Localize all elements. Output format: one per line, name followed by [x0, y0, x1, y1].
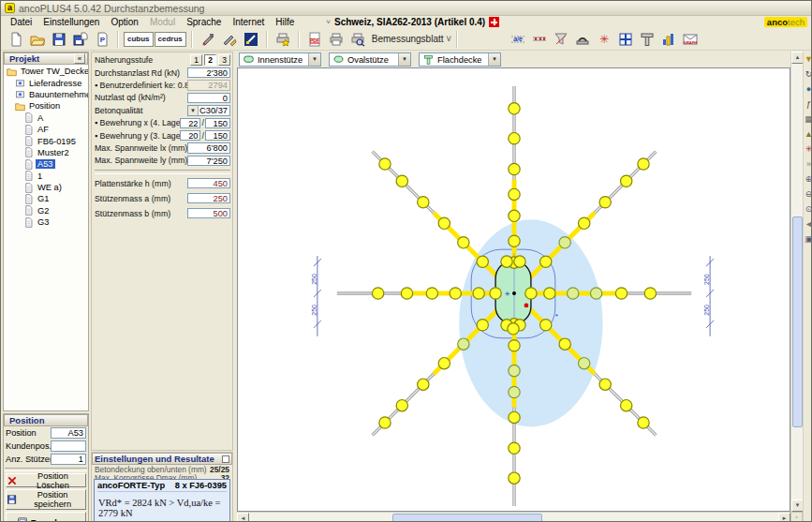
menu-item-internet[interactable]: Internet	[227, 17, 270, 27]
anchor-tool-button[interactable]	[198, 30, 218, 49]
menu-item-modul[interactable]: Modul	[144, 17, 181, 27]
scroll-corner-button[interactable]: ▫	[790, 512, 803, 522]
input-max-spannweite-lx-mm[interactable]: 6'800	[187, 142, 230, 154]
column-view-button[interactable]	[637, 30, 657, 49]
vertical-scrollbar[interactable]: ▲ ▼	[790, 52, 803, 512]
delete-position-button[interactable]: Position Löschen	[6, 473, 86, 487]
horizontal-scroll-thumb[interactable]	[392, 514, 542, 522]
input-durchstanzlast-rd-kn[interactable]: 2'380	[187, 67, 230, 79]
cubus-link-button[interactable]: cubus	[124, 32, 154, 47]
chevron-down-icon[interactable]: ▼	[188, 106, 199, 115]
betonqualitaet-dropdown[interactable]: ▼C30/37	[187, 105, 230, 116]
chevron-down-icon[interactable]: ▼	[488, 53, 500, 66]
save-as-button[interactable]	[70, 30, 91, 49]
zoom-out-icon[interactable]: ⊖	[804, 186, 812, 201]
tree-item-g3[interactable]: G3	[4, 216, 88, 228]
upload-icon[interactable]: ▲	[804, 127, 812, 142]
tree-item-g1[interactable]: G1	[4, 193, 88, 204]
filter-button[interactable]	[551, 30, 571, 49]
horizontal-scrollbar[interactable]: ◄ ►	[237, 512, 790, 522]
chevron-down-icon[interactable]: ▼	[308, 53, 320, 66]
tree-item-fb6-0195[interactable]: FB6-0195	[4, 135, 88, 146]
chevron-down-icon[interactable]: ▼	[398, 53, 410, 66]
input-position[interactable]	[51, 427, 86, 439]
combo-innenst-tze[interactable]: Innenstütze▼	[239, 52, 321, 67]
menu-item-hilfe[interactable]: Hilfe	[270, 17, 300, 27]
zoom-fit-icon[interactable]: ⊙	[804, 201, 812, 216]
print-button[interactable]	[326, 30, 347, 49]
input-st-tzenmass-a-mm[interactable]: 250	[187, 193, 230, 204]
fx-icon[interactable]: ƒ	[804, 97, 812, 112]
input-nutzlast-qd-kn-m[interactable]: 0	[187, 93, 230, 104]
save-position-button[interactable]: Position speichern	[6, 489, 86, 510]
input-anz-st-tzen[interactable]	[51, 454, 86, 465]
input-st-tzenmass-b-mm[interactable]: 500	[187, 208, 230, 219]
tree-item-label: Muster2	[36, 148, 71, 157]
scroll-right-button[interactable]: ►	[778, 513, 790, 522]
next-icon[interactable]: »	[804, 157, 812, 172]
chart-button[interactable]	[658, 30, 679, 49]
combo-ovalst-tze[interactable]: Ovalstütze▼	[329, 52, 411, 67]
menu-item-option[interactable]: Option	[105, 17, 143, 27]
save-button[interactable]	[49, 30, 69, 49]
tree-item-lieferadresse[interactable]: Lieferadresse	[4, 77, 88, 88]
new-file-button[interactable]	[6, 30, 26, 49]
stufe-button-3[interactable]: 3	[218, 54, 230, 66]
graph-export-button[interactable]: GRAPH	[680, 30, 701, 49]
bemessungsblatt-dropdown[interactable]: Bemessungsblatt	[372, 34, 451, 44]
stufe-button-1[interactable]: 1	[190, 54, 202, 66]
combo-flachdecke[interactable]: Flachdecke▼	[419, 52, 501, 67]
cedrus-link-button[interactable]: cedrus	[155, 32, 186, 47]
section-view-button[interactable]	[529, 30, 550, 49]
input-max-spannweite-ly-mm[interactable]: 7'250	[187, 156, 230, 167]
clamp-button[interactable]	[572, 30, 593, 49]
menu-item-datei[interactable]: Datei	[5, 17, 37, 27]
tree-item-af[interactable]: AF	[4, 124, 88, 135]
vertical-scroll-thumb[interactable]	[792, 216, 803, 427]
input-bewehrung-y-3-lage-a-e-mm-mm-d[interactable]: 20	[180, 130, 200, 142]
print-preview-button[interactable]: P	[92, 30, 112, 49]
scroll-left-button[interactable]: ◄	[237, 513, 249, 522]
tree-item-position[interactable]: Position	[4, 100, 88, 112]
tree-item-tower-tw-decke-pp[interactable]: Tower TW_Decke PP	[4, 66, 88, 77]
stud-spacing-button[interactable]: a/e	[508, 30, 528, 49]
save-as-icon	[73, 32, 88, 47]
anchor-edit-button[interactable]	[219, 30, 240, 49]
tree-item-a53[interactable]: A53	[4, 158, 88, 170]
input-bewehrung-x-4-lage-a-e-mm-mm-s[interactable]: 150	[205, 118, 230, 129]
refresh-icon[interactable]: ↻	[804, 67, 812, 82]
frame-icon[interactable]: ▣	[804, 231, 812, 246]
tree-item-bauunternehmer[interactable]: Bauunternehmer	[4, 89, 88, 100]
pdf-export-button[interactable]: PDF	[304, 30, 325, 49]
settings-icon[interactable]: ✳	[804, 142, 812, 157]
tree-item-we-a[interactable]: WE a)	[4, 182, 88, 193]
tree-item-a[interactable]: A	[4, 112, 88, 124]
layers-icon[interactable]: ▦	[804, 112, 812, 127]
open-icon[interactable]: ▼	[804, 52, 812, 67]
grid-view-button[interactable]	[615, 30, 636, 49]
stufe-button-2[interactable]: 2	[204, 54, 216, 66]
drawing-viewport[interactable]: 250250250250✳*	[237, 67, 790, 512]
print-select-button[interactable]	[347, 30, 368, 49]
calculate-button[interactable]: Berechnen	[6, 512, 86, 522]
input-plattenst-rke-h-mm[interactable]: 450	[187, 178, 230, 189]
zoom-in-icon[interactable]: ⊕	[804, 172, 812, 186]
print-favorite-button[interactable]	[273, 30, 293, 49]
punching-shear-drawing[interactable]: 250250250250✳*	[238, 68, 790, 511]
back-icon[interactable]: ◄	[804, 216, 812, 231]
tree-item-muster2[interactable]: Muster2	[4, 147, 88, 158]
input-kundenpos[interactable]	[51, 440, 86, 452]
open-button[interactable]	[27, 30, 48, 49]
input-bewehrung-x-4-lage-a-e-mm-mm-d[interactable]: 22	[180, 118, 200, 129]
region-dropdown-icon[interactable]: ˅	[326, 18, 331, 26]
tree-item-1[interactable]: 1	[4, 171, 88, 182]
drawing-mode-button[interactable]	[241, 30, 261, 49]
collapse-panel-button[interactable]: «	[74, 53, 85, 64]
input-bewehrung-y-3-lage-a-e-mm-mm-s[interactable]: 150	[205, 130, 230, 142]
menu-item-sprache[interactable]: Sprache	[181, 17, 227, 27]
tree-item-g2[interactable]: G2	[4, 205, 88, 216]
globe-icon[interactable]: ●	[804, 82, 812, 97]
menu-item-einstellungen[interactable]: Einstellungen	[37, 17, 105, 27]
pattern-button[interactable]: ✳	[594, 30, 614, 49]
results-checkbox[interactable]	[222, 455, 229, 463]
